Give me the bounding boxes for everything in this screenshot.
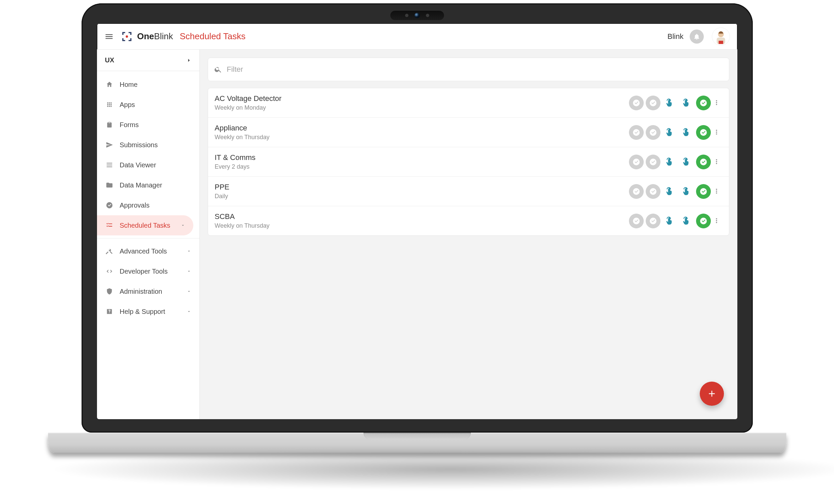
complete-chip[interactable] (696, 125, 711, 140)
task-schedule: Every 2 days (215, 163, 629, 170)
chevron-down-icon (186, 249, 191, 253)
filter-input[interactable] (227, 65, 723, 74)
sidebar-item-apps[interactable]: Apps (97, 95, 199, 115)
row-menu-button[interactable] (713, 158, 722, 166)
workspace-switcher[interactable]: UX (97, 50, 199, 71)
search-icon (214, 65, 222, 73)
chevron-down-icon (186, 269, 191, 274)
hamburger-icon (104, 32, 114, 41)
status-chip-2[interactable] (646, 96, 660, 110)
status-chip-2[interactable] (646, 125, 660, 140)
action-chip-2[interactable] (679, 155, 694, 169)
status-chip-2[interactable] (646, 213, 660, 228)
task-schedule: Weekly on Thursday (215, 134, 629, 141)
sidebar-item-label: Approvals (120, 202, 150, 209)
status-chip-1[interactable] (629, 96, 644, 110)
sidebar-item-home[interactable]: Home (97, 74, 199, 95)
sidebar: UX Home (97, 50, 200, 419)
sidebar-item-label: Data Manager (120, 181, 162, 189)
row-menu-button[interactable] (713, 188, 722, 195)
complete-chip[interactable] (696, 213, 711, 228)
bell-icon (693, 33, 700, 40)
complete-chip[interactable] (696, 96, 711, 110)
task-title: PPE (215, 183, 629, 191)
sidebar-item-label: Developer Tools (120, 268, 168, 275)
status-chip-2[interactable] (646, 155, 660, 169)
tools-icon (105, 248, 114, 255)
complete-chip[interactable] (696, 155, 711, 169)
home-icon (105, 81, 114, 88)
add-task-button[interactable] (700, 382, 724, 406)
task-list: AC Voltage DetectorWeekly on MondayAppli… (208, 88, 729, 236)
plus-icon (707, 389, 717, 399)
main-content: AC Voltage DetectorWeekly on MondayAppli… (200, 50, 737, 419)
code-icon (105, 268, 114, 275)
task-title: Appliance (215, 124, 629, 133)
task-row[interactable]: IT & CommsEvery 2 days (208, 147, 729, 177)
row-menu-button[interactable] (713, 129, 722, 136)
sidebar-group-administration[interactable]: Administration (97, 281, 199, 301)
task-title: SCBA (215, 212, 629, 221)
status-chip-1[interactable] (629, 213, 644, 228)
send-icon (105, 141, 114, 148)
action-chip-2[interactable] (679, 213, 694, 228)
menu-button[interactable] (102, 29, 116, 44)
action-chip-2[interactable] (679, 96, 694, 110)
row-menu-button[interactable] (713, 217, 722, 225)
task-schedule: Daily (215, 193, 629, 200)
sidebar-item-data-manager[interactable]: Data Manager (97, 175, 199, 195)
divider (97, 238, 199, 238)
task-schedule: Weekly on Thursday (215, 222, 629, 229)
action-chip-2[interactable] (679, 184, 694, 199)
sidebar-group-help-support[interactable]: Help & Support (97, 301, 199, 322)
sidebar-item-label: Administration (120, 288, 162, 295)
sidebar-item-label: Scheduled Tasks (120, 222, 171, 229)
filter-card (208, 58, 729, 81)
svg-rect-3 (719, 41, 723, 44)
action-chip-1[interactable] (662, 213, 677, 228)
sidebar-group-advanced-tools[interactable]: Advanced Tools (97, 241, 199, 261)
action-chip-2[interactable] (679, 125, 694, 140)
sidebar-group-developer-tools[interactable]: Developer Tools (97, 261, 199, 281)
sidebar-item-forms[interactable]: Forms (97, 115, 199, 135)
sidebar-item-scheduled-tasks[interactable]: Scheduled Tasks (97, 215, 193, 235)
status-chip-1[interactable] (629, 184, 644, 199)
action-chip-1[interactable] (662, 184, 677, 199)
notifications-button[interactable] (690, 29, 704, 44)
shield-icon (105, 288, 114, 295)
task-title: AC Voltage Detector (215, 94, 629, 103)
task-row[interactable]: PPEDaily (208, 177, 729, 206)
sidebar-item-submissions[interactable]: Submissions (97, 135, 199, 155)
sidebar-item-label: Forms (120, 121, 139, 129)
help-icon (105, 308, 114, 315)
svg-point-0 (126, 35, 128, 38)
user-avatar[interactable] (712, 27, 730, 46)
status-chip-1[interactable] (629, 155, 644, 169)
sidebar-item-label: Help & Support (120, 308, 166, 316)
user-label[interactable]: Blink (667, 32, 684, 41)
task-row[interactable]: SCBAWeekly on Thursday (208, 206, 729, 235)
action-chip-1[interactable] (662, 125, 677, 140)
chevron-down-icon (186, 289, 191, 294)
folder-icon (105, 181, 114, 189)
check-circle-icon (105, 202, 114, 209)
sidebar-item-label: Home (120, 81, 138, 89)
action-chip-1[interactable] (662, 96, 677, 110)
status-chip-2[interactable] (646, 184, 660, 199)
sidebar-item-label: Apps (120, 101, 135, 109)
topbar: OneBlink Scheduled Tasks Blink (97, 23, 737, 50)
complete-chip[interactable] (696, 184, 711, 199)
chevron-down-icon (180, 223, 185, 228)
status-chip-1[interactable] (629, 125, 644, 140)
sidebar-item-label: Advanced Tools (120, 248, 167, 255)
task-row[interactable]: AC Voltage DetectorWeekly on Monday (208, 88, 729, 118)
row-menu-button[interactable] (713, 99, 722, 107)
task-schedule: Weekly on Monday (215, 104, 629, 111)
checklist-icon (105, 222, 114, 229)
task-row[interactable]: ApplianceWeekly on Thursday (208, 118, 729, 147)
brand-logo (121, 31, 133, 42)
action-chip-1[interactable] (662, 155, 677, 169)
sidebar-item-data-viewer[interactable]: Data Viewer (97, 155, 199, 175)
clipboard-icon (105, 121, 114, 129)
sidebar-item-approvals[interactable]: Approvals (97, 195, 199, 215)
